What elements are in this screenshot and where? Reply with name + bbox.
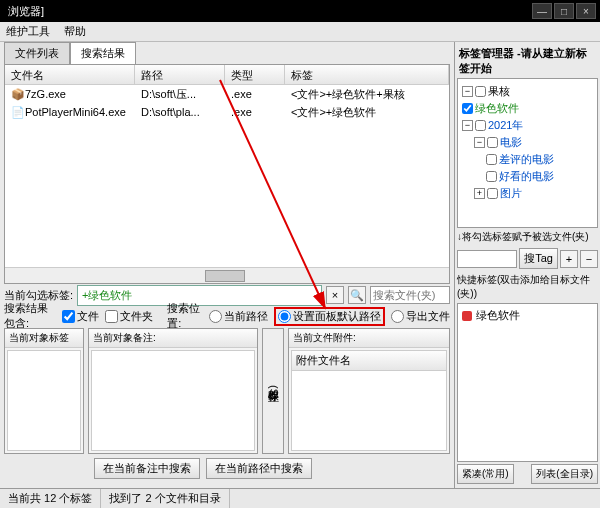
tag-search-input[interactable]	[457, 250, 517, 268]
search-files-input[interactable]	[370, 286, 450, 304]
checkbox-file[interactable]: 文件	[62, 309, 99, 324]
tree-node[interactable]: −2021年	[462, 117, 593, 134]
file-icon: 📄	[11, 106, 25, 118]
view-mode-row: 紧凑(常用) 列表(全目录)	[457, 462, 598, 486]
close-button[interactable]: ×	[576, 3, 596, 19]
tree-node[interactable]: 好看的电影	[462, 168, 593, 185]
tree-node[interactable]: −果核	[462, 83, 593, 100]
tag-manager-title: 标签管理器 -请从建立新标签开始	[457, 44, 598, 78]
collapse-icon[interactable]: −	[462, 120, 473, 131]
search-options-row: 搜索结果包含: 文件 文件夹 搜索位置: 当前路径 设置面板默认路径 导出文件	[0, 306, 454, 326]
col-type[interactable]: 类型	[225, 65, 285, 84]
assign-label: ↓将勾选标签赋予被选文件(夹)	[457, 230, 589, 244]
window-title: 浏览器]	[4, 4, 44, 19]
menu-maintain[interactable]: 维护工具	[6, 24, 50, 39]
search-in-notes-button[interactable]: 在当前备注中搜索	[94, 458, 200, 479]
minimize-button[interactable]: —	[532, 3, 552, 19]
status-found-count: 找到了 2 个文件和目录	[101, 489, 229, 508]
tab-file-list[interactable]: 文件列表	[4, 42, 70, 64]
col-name[interactable]: 文件名	[5, 65, 135, 84]
list-view-button[interactable]: 列表(全目录)	[531, 464, 598, 484]
file-icon: 📦	[11, 88, 25, 100]
menu-help[interactable]: 帮助	[64, 24, 86, 39]
add-tag-button[interactable]: +	[560, 250, 578, 268]
search-buttons-row: 在当前备注中搜索 在当前路径中搜索	[0, 456, 454, 481]
remove-tag-button[interactable]: −	[580, 250, 598, 268]
col-tag[interactable]: 标签	[285, 65, 449, 84]
panel-attachments: 当前文件附件: 附件文件名	[288, 328, 450, 454]
results-grid[interactable]: 文件名 路径 类型 标签 📦7zG.exe D:\soft\压... .exe …	[4, 64, 450, 284]
radio-default-path[interactable]: 设置面板默认路径	[274, 307, 385, 326]
tab-strip: 文件列表 搜索结果	[0, 42, 454, 64]
grid-row[interactable]: 📦7zG.exe D:\soft\压... .exe <文件>+绿色软件+果核	[5, 85, 449, 103]
status-bar: 当前共 12 个标签 找到了 2 个文件和目录	[0, 488, 600, 508]
tag-tree[interactable]: −果核 绿色软件 −2021年 −电影 差评的电影 好看的电影 +图片	[457, 78, 598, 228]
col-path[interactable]: 路径	[135, 65, 225, 84]
object-notes-body[interactable]	[91, 350, 255, 451]
search-tag-button[interactable]: 搜Tag	[519, 248, 558, 269]
main-area: 文件列表 搜索结果 文件名 路径 类型 标签 📦7zG.exe D:\soft\…	[0, 42, 600, 488]
radio-current-path[interactable]: 当前路径	[209, 309, 268, 324]
tag-color-icon	[462, 311, 472, 321]
search-in-path-button[interactable]: 在当前路径中搜索	[206, 458, 312, 479]
status-tag-count: 当前共 12 个标签	[0, 489, 101, 508]
window-controls: — □ ×	[532, 3, 596, 19]
grid-row[interactable]: 📄PotPlayerMini64.exe D:\soft\pla... .exe…	[5, 103, 449, 121]
tag-search-row: 搜Tag + −	[457, 246, 598, 271]
tree-node[interactable]: 差评的电影	[462, 151, 593, 168]
tab-search-results[interactable]: 搜索结果	[70, 42, 136, 64]
horizontal-scrollbar[interactable]	[5, 267, 449, 283]
collapse-icon[interactable]: −	[462, 86, 473, 97]
current-tag-row: 当前勾选标签: +绿色软件 × 🔍	[0, 284, 454, 306]
assign-tag-row: ↓将勾选标签赋予被选文件(夹)	[457, 228, 598, 246]
quick-tag-label: 快捷标签(双击添加给目标文件(夹))	[457, 271, 598, 303]
tag-chip[interactable]: 绿色软件	[462, 308, 593, 323]
panel-object-notes: 当前对象备注:	[88, 328, 258, 454]
collapse-icon[interactable]: −	[474, 137, 485, 148]
scrollbar-thumb[interactable]	[205, 270, 245, 282]
object-tags-body[interactable]	[7, 350, 81, 451]
checkbox-folder[interactable]: 文件夹	[105, 309, 153, 324]
tree-node[interactable]: +图片	[462, 185, 593, 202]
menu-bar: 维护工具 帮助	[0, 22, 600, 42]
window-titlebar: 浏览器] — □ ×	[0, 0, 600, 22]
expand-icon[interactable]: +	[474, 188, 485, 199]
right-pane: 标签管理器 -请从建立新标签开始 −果核 绿色软件 −2021年 −电影 差评的…	[455, 42, 600, 488]
left-pane: 文件列表 搜索结果 文件名 路径 类型 标签 📦7zG.exe D:\soft\…	[0, 42, 455, 488]
radio-export[interactable]: 导出文件	[391, 309, 450, 324]
grid-header: 文件名 路径 类型 标签	[5, 65, 449, 85]
quick-tag-panel[interactable]: 绿色软件	[457, 303, 598, 462]
tree-node[interactable]: −电影	[462, 134, 593, 151]
compact-view-button[interactable]: 紧凑(常用)	[457, 464, 514, 484]
clear-button[interactable]: ×	[326, 286, 344, 304]
panel-object-tags: 当前对象标签	[4, 328, 84, 454]
search-icon[interactable]: 🔍	[348, 286, 366, 304]
attachment-col-name: 附件文件名	[292, 351, 446, 371]
maximize-button[interactable]: □	[554, 3, 574, 19]
detail-panels: 当前对象标签 当前对象备注: 立即保存 (S) 当前文件附件: 附件文件名	[0, 326, 454, 456]
save-now-button[interactable]: 立即保存 (S)	[262, 328, 284, 454]
tree-node[interactable]: 绿色软件	[462, 100, 593, 117]
attachments-body[interactable]: 附件文件名	[291, 350, 447, 451]
